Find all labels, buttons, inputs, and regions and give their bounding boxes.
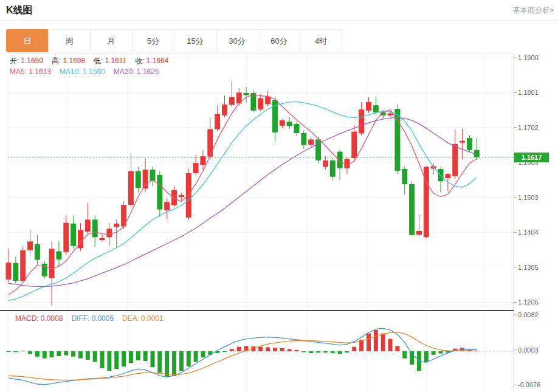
candle — [366, 102, 371, 111]
candle — [416, 231, 422, 235]
macd-bar — [157, 351, 162, 373]
timeframe-tabbar: 日周月5分15分30分60分4时 — [6, 29, 342, 52]
candle — [215, 114, 220, 129]
header-divider — [0, 20, 558, 21]
candle — [85, 219, 91, 232]
low-value: 低:1.1611 — [94, 56, 126, 66]
macd-bar — [35, 351, 40, 357]
candle — [106, 229, 112, 237]
tab-4hour[interactable]: 4时 — [300, 29, 342, 52]
macd-bar — [194, 351, 198, 362]
candle — [402, 169, 407, 184]
macd-bar — [57, 351, 61, 356]
macd-bar — [114, 351, 119, 369]
tab-week[interactable]: 周 — [48, 29, 91, 52]
candle — [27, 241, 33, 250]
candle — [63, 223, 69, 252]
ohlc-legend: 开:1.1659 高:1.1698 低:1.1611 收:1.1664 — [10, 56, 168, 66]
tab-day[interactable]: 日 — [6, 29, 49, 52]
candle — [157, 175, 162, 210]
candle — [330, 160, 336, 177]
macd-bar — [13, 351, 18, 352]
macd-axis-label: 0.0082 — [518, 311, 539, 318]
candle — [179, 195, 184, 197]
macd-bar — [352, 347, 356, 351]
macd-bar — [338, 351, 342, 354]
macd-bar — [439, 351, 443, 354]
tab-60min[interactable]: 60分 — [258, 29, 300, 52]
macd-bar — [222, 351, 227, 352]
candle — [13, 263, 18, 281]
macd-bar — [475, 351, 479, 351]
macd-bar — [424, 351, 429, 362]
macd-bar — [295, 350, 299, 351]
macd-axis-label: -0.0076 — [518, 381, 540, 388]
macd-bar — [432, 351, 436, 355]
tab-15min[interactable]: 15分 — [174, 29, 216, 52]
macd-bar — [122, 351, 126, 366]
dea-value: DEA:0.0001 — [122, 314, 164, 323]
ma20-legend: MA20: 1.1625 — [114, 67, 159, 76]
fundamental-analysis-link[interactable]: 基本面分析> — [513, 5, 554, 16]
macd-bar — [374, 330, 378, 351]
macd-bar — [402, 351, 407, 359]
macd-bar — [266, 347, 270, 351]
price-axis-label: 1.1503 — [518, 194, 539, 201]
macd-bar — [143, 351, 148, 361]
macd-bar — [280, 348, 284, 351]
macd-bar — [21, 351, 25, 351]
macd-bar — [258, 347, 263, 351]
candle — [323, 160, 328, 167]
macd-bar — [28, 351, 32, 354]
macd-bar — [179, 351, 184, 371]
ma20-line — [9, 117, 477, 286]
macd-bar — [71, 351, 75, 357]
candle — [388, 114, 393, 115]
macd-bar — [288, 349, 292, 351]
candle — [164, 202, 170, 210]
ma10-line — [9, 101, 477, 300]
macd-bar — [93, 351, 97, 362]
candle — [359, 109, 364, 133]
candle — [229, 97, 235, 105]
candle — [150, 170, 156, 181]
candle — [460, 141, 465, 143]
macd-bar — [367, 334, 371, 351]
macd-bar — [129, 351, 133, 363]
candle — [294, 124, 300, 133]
candle — [344, 159, 350, 168]
macd-bar — [86, 351, 90, 360]
candle — [308, 139, 314, 145]
page-title: K线图 — [6, 4, 33, 17]
candle — [467, 138, 472, 150]
macd-bar — [64, 351, 68, 356]
candle — [351, 132, 357, 158]
macd-bar — [237, 347, 241, 351]
candle — [258, 98, 263, 110]
macd-bar — [201, 351, 205, 357]
candle — [337, 152, 343, 168]
macd-bar — [388, 339, 393, 351]
macd-bar — [395, 346, 399, 351]
candle — [6, 263, 12, 280]
macd-bar — [7, 351, 11, 352]
macd-bar — [43, 351, 47, 359]
tab-5min[interactable]: 5分 — [132, 29, 174, 52]
tab-month[interactable]: 月 — [90, 29, 133, 52]
macd-bar — [316, 351, 320, 352]
candle — [200, 156, 205, 165]
candle — [452, 144, 458, 176]
macd-bar — [107, 351, 111, 371]
kline-chart[interactable]: 1.19001.18011.17021.16031.15031.14041.13… — [0, 53, 558, 392]
candle — [100, 238, 105, 240]
macd-bar — [100, 351, 105, 368]
ma-legend: MA5: 1.1613 MA10: 1.1560 MA20: 1.1625 — [10, 67, 159, 76]
macd-bar — [230, 349, 234, 351]
close-value: 收:1.1664 — [135, 56, 168, 66]
current-price-badge: 1.1617 — [514, 153, 549, 162]
macd-bar — [309, 351, 313, 353]
price-axis-label: 1.1801 — [518, 89, 539, 96]
ma5-legend: MA5: 1.1613 — [10, 67, 51, 76]
candle — [114, 224, 119, 227]
tab-30min[interactable]: 30分 — [216, 29, 258, 52]
